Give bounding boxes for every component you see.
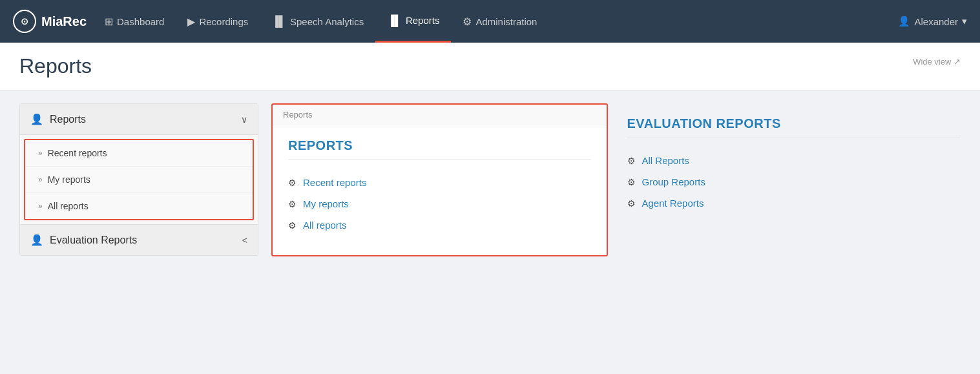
eval-link-label-agent: Agent Reports bbox=[642, 198, 704, 209]
sidebar-eval-title: 👤 Evaluation Reports bbox=[30, 234, 137, 246]
reports-section-chevron: ∨ bbox=[241, 114, 247, 125]
nav-label-dashboard: Dashboard bbox=[117, 16, 164, 27]
sidebar-eval-label: Evaluation Reports bbox=[50, 234, 137, 246]
card-body: REPORTS ⚙ Recent reports ⚙ My reports ⚙ … bbox=[273, 125, 607, 255]
gear-icon-my: ⚙ bbox=[288, 199, 297, 209]
nav-item-speech-analytics[interactable]: ▐▌ Speech Analytics bbox=[260, 0, 375, 43]
brand-logo[interactable]: ⊙ MiaRec bbox=[13, 10, 87, 33]
nav-label-speech-analytics: Speech Analytics bbox=[290, 16, 364, 27]
eval-link-label-group: Group Reports bbox=[642, 176, 705, 187]
main-panel: Reports REPORTS ⚙ Recent reports ⚙ My re… bbox=[271, 103, 961, 256]
eval-link-label-all: All Reports bbox=[642, 155, 689, 166]
eval-divider bbox=[627, 138, 961, 138]
card-link-label-all: All reports bbox=[303, 220, 347, 231]
nav-label-reports: Reports bbox=[406, 15, 440, 26]
eval-link-agent-reports[interactable]: ⚙ Agent Reports bbox=[627, 192, 961, 214]
card-link-recent-reports[interactable]: ⚙ Recent reports bbox=[288, 172, 591, 193]
card-breadcrumb: Reports bbox=[273, 105, 607, 125]
sidebar-label-my-reports: My reports bbox=[48, 174, 90, 185]
sidebar-item-all-reports[interactable]: » All reports bbox=[25, 193, 253, 219]
gear-icon-eval-all: ⚙ bbox=[627, 156, 636, 166]
brand-icon: ⊙ bbox=[13, 10, 36, 33]
reports-section-icon: 👤 bbox=[30, 113, 43, 125]
sidebar-label-all-reports: All reports bbox=[48, 201, 89, 211]
gear-icon-recent: ⚙ bbox=[288, 178, 297, 188]
eval-link-group-reports[interactable]: ⚙ Group Reports bbox=[627, 171, 961, 192]
recordings-icon: ▶ bbox=[187, 16, 195, 28]
nav-item-reports[interactable]: ▐▌ Reports bbox=[375, 0, 451, 43]
wide-view-button[interactable]: Wide view ↗ bbox=[913, 57, 961, 67]
card-link-all-reports[interactable]: ⚙ All reports bbox=[288, 214, 591, 236]
sidebar: 👤 Reports ∨ » Recent reports » My report… bbox=[19, 103, 258, 256]
navbar: ⊙ MiaRec ⊞ Dashboard ▶ Recordings ▐▌ Spe… bbox=[0, 0, 980, 43]
sidebar-item-my-reports[interactable]: » My reports bbox=[25, 167, 253, 193]
nav-item-dashboard[interactable]: ⊞ Dashboard bbox=[93, 0, 176, 43]
card-divider bbox=[288, 160, 591, 160]
nav-label-recordings: Recordings bbox=[199, 16, 248, 27]
nav-item-recordings[interactable]: ▶ Recordings bbox=[176, 0, 260, 43]
sidebar-reports-items: » Recent reports » My reports » All repo… bbox=[24, 139, 254, 220]
nav-right: 👤 Alexander ▾ bbox=[898, 16, 967, 27]
gear-icon-all: ⚙ bbox=[288, 220, 297, 231]
brand-name: MiaRec bbox=[41, 14, 87, 29]
content-area: 👤 Reports ∨ » Recent reports » My report… bbox=[0, 90, 980, 269]
sidebar-item-recent-reports[interactable]: » Recent reports bbox=[25, 140, 253, 167]
eval-section-title: EVALUATION REPORTS bbox=[627, 116, 961, 131]
card-section-title: REPORTS bbox=[288, 138, 591, 153]
user-name: Alexander bbox=[914, 16, 958, 27]
gear-icon-eval-agent: ⚙ bbox=[627, 198, 636, 209]
reports-card: Reports REPORTS ⚙ Recent reports ⚙ My re… bbox=[271, 103, 608, 256]
eval-link-all-reports[interactable]: ⚙ All Reports bbox=[627, 150, 961, 171]
arrow-icon-my: » bbox=[38, 175, 43, 184]
card-link-my-reports[interactable]: ⚙ My reports bbox=[288, 193, 591, 214]
sidebar-eval-header[interactable]: 👤 Evaluation Reports < bbox=[20, 224, 258, 255]
speech-analytics-icon: ▐▌ bbox=[271, 16, 286, 27]
sidebar-label-recent-reports: Recent reports bbox=[48, 148, 107, 158]
administration-icon: ⚙ bbox=[463, 16, 472, 28]
user-menu[interactable]: 👤 Alexander ▾ bbox=[898, 16, 967, 27]
user-icon: 👤 bbox=[898, 16, 910, 27]
nav-item-administration[interactable]: ⚙ Administration bbox=[451, 0, 548, 43]
arrow-icon-recent: » bbox=[38, 149, 43, 158]
sidebar-reports-title: 👤 Reports bbox=[30, 113, 86, 125]
eval-panel: EVALUATION REPORTS ⚙ All Reports ⚙ Group… bbox=[621, 103, 961, 214]
dashboard-icon: ⊞ bbox=[105, 16, 113, 28]
page-title: Reports bbox=[19, 54, 961, 90]
nav-label-administration: Administration bbox=[475, 16, 537, 27]
gear-icon-eval-group: ⚙ bbox=[627, 177, 636, 187]
arrow-icon-all: » bbox=[38, 202, 43, 211]
card-link-label-my: My reports bbox=[303, 198, 349, 209]
card-link-label-recent: Recent reports bbox=[303, 177, 366, 188]
user-dropdown-icon: ▾ bbox=[962, 16, 967, 27]
reports-icon: ▐▌ bbox=[387, 15, 402, 26]
sidebar-reports-label: Reports bbox=[50, 114, 86, 125]
eval-section-chevron: < bbox=[242, 235, 247, 245]
eval-section-icon: 👤 bbox=[30, 234, 43, 246]
sidebar-reports-header[interactable]: 👤 Reports ∨ bbox=[20, 104, 258, 135]
page-header: Reports Wide view ↗ bbox=[0, 43, 980, 90]
